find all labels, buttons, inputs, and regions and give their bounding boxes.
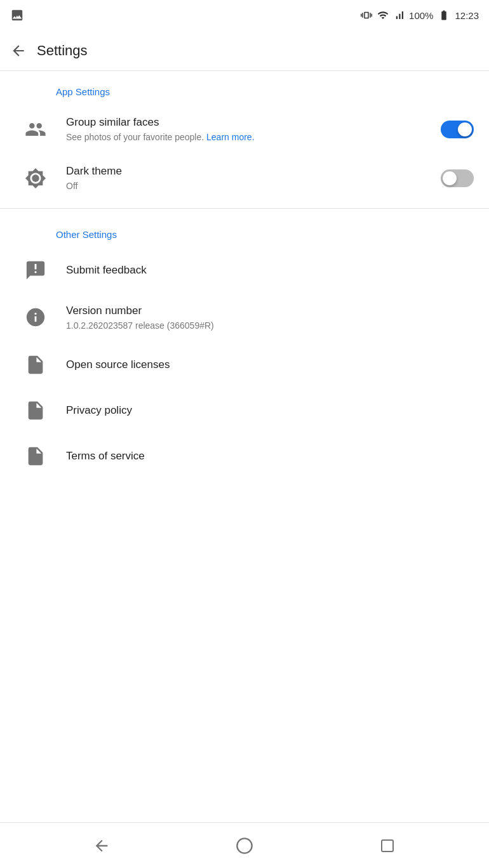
privacy-policy-icon bbox=[15, 400, 56, 421]
section-divider bbox=[0, 208, 489, 209]
feedback-icon bbox=[15, 260, 56, 281]
version-number-subtitle: 1.0.2.262023587 release (366059#R) bbox=[66, 320, 464, 332]
dark-theme-subtitle: Off bbox=[66, 180, 431, 193]
group-faces-switch[interactable] bbox=[441, 121, 474, 138]
content-area: App Settings Group similar faces See pho… bbox=[0, 71, 489, 822]
nav-recents-button[interactable] bbox=[372, 831, 403, 861]
svg-point-0 bbox=[237, 838, 251, 853]
privacy-policy-text: Privacy policy bbox=[56, 403, 474, 418]
nav-home-button[interactable] bbox=[229, 831, 260, 861]
dark-theme-toggle[interactable] bbox=[441, 169, 474, 187]
status-bar: 100% 12:23 bbox=[0, 0, 489, 30]
version-number-item[interactable]: Version number 1.0.2.262023587 release (… bbox=[0, 293, 489, 342]
version-number-text: Version number 1.0.2.262023587 release (… bbox=[56, 303, 474, 332]
group-similar-faces-item[interactable]: Group similar faces See photos of your f… bbox=[0, 105, 489, 154]
submit-feedback-title: Submit feedback bbox=[66, 263, 464, 278]
svg-rect-1 bbox=[382, 840, 393, 852]
notification-icon bbox=[10, 8, 24, 22]
time-text: 12:23 bbox=[455, 10, 479, 21]
app-bar: Settings bbox=[0, 30, 489, 71]
back-button[interactable] bbox=[10, 43, 27, 59]
submit-feedback-item[interactable]: Submit feedback bbox=[0, 247, 489, 293]
dark-theme-icon bbox=[15, 168, 56, 189]
dark-theme-knob bbox=[443, 171, 457, 185]
other-settings-section-header: Other Settings bbox=[0, 214, 489, 247]
group-similar-faces-text: Group similar faces See photos of your f… bbox=[56, 115, 441, 143]
open-source-licenses-item[interactable]: Open source licenses bbox=[0, 342, 489, 388]
status-icons: 100% 12:23 bbox=[361, 8, 479, 22]
signal-icon bbox=[394, 8, 405, 22]
open-source-licenses-title: Open source licenses bbox=[66, 357, 464, 372]
group-similar-faces-toggle[interactable] bbox=[441, 121, 474, 138]
app-settings-section-header: App Settings bbox=[0, 71, 489, 105]
open-source-licenses-text: Open source licenses bbox=[56, 357, 474, 372]
page-title: Settings bbox=[37, 43, 88, 59]
group-faces-icon bbox=[15, 119, 56, 140]
dark-theme-item[interactable]: Dark theme Off bbox=[0, 154, 489, 202]
terms-of-service-text: Terms of service bbox=[56, 449, 474, 464]
vibrate-icon bbox=[361, 8, 372, 22]
terms-of-service-title: Terms of service bbox=[66, 449, 464, 464]
version-icon bbox=[15, 306, 56, 328]
open-source-icon bbox=[15, 354, 56, 376]
learn-more-link[interactable]: Learn more. bbox=[206, 132, 254, 142]
nav-bar bbox=[0, 822, 489, 868]
nav-back-button[interactable] bbox=[86, 831, 117, 861]
dark-theme-text: Dark theme Off bbox=[56, 164, 441, 192]
submit-feedback-text: Submit feedback bbox=[56, 263, 474, 278]
group-faces-knob bbox=[458, 122, 472, 136]
wifi-icon bbox=[376, 10, 390, 21]
dark-theme-title: Dark theme bbox=[66, 164, 431, 179]
terms-of-service-item[interactable]: Terms of service bbox=[0, 433, 489, 479]
battery-icon bbox=[437, 10, 451, 21]
privacy-policy-item[interactable]: Privacy policy bbox=[0, 388, 489, 433]
group-similar-faces-subtitle: See photos of your favorite people. Lear… bbox=[66, 131, 431, 144]
terms-of-service-icon bbox=[15, 445, 56, 467]
dark-theme-switch[interactable] bbox=[441, 169, 474, 187]
group-similar-faces-title: Group similar faces bbox=[66, 115, 431, 130]
battery-text: 100% bbox=[409, 10, 433, 21]
version-number-title: Version number bbox=[66, 303, 464, 319]
privacy-policy-title: Privacy policy bbox=[66, 403, 464, 418]
